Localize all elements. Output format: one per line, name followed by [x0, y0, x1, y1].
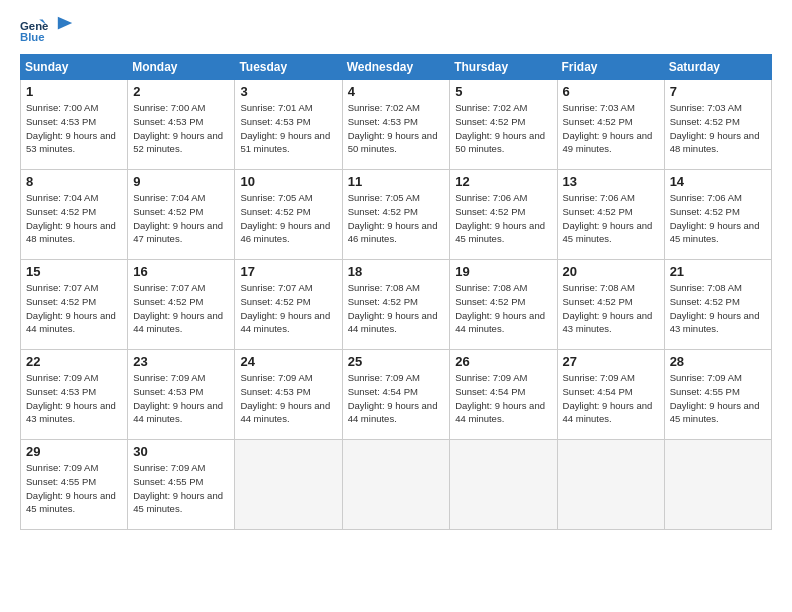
calendar-cell: 15Sunrise: 7:07 AMSunset: 4:52 PMDayligh… — [21, 260, 128, 350]
day-number: 21 — [670, 264, 766, 279]
calendar-cell: 8Sunrise: 7:04 AMSunset: 4:52 PMDaylight… — [21, 170, 128, 260]
day-info: Sunrise: 7:09 AMSunset: 4:53 PMDaylight:… — [240, 371, 336, 426]
calendar-week-row: 1Sunrise: 7:00 AMSunset: 4:53 PMDaylight… — [21, 80, 772, 170]
logo: General Blue — [20, 16, 74, 44]
calendar-cell: 18Sunrise: 7:08 AMSunset: 4:52 PMDayligh… — [342, 260, 450, 350]
day-info: Sunrise: 7:05 AMSunset: 4:52 PMDaylight:… — [240, 191, 336, 246]
day-info: Sunrise: 7:07 AMSunset: 4:52 PMDaylight:… — [240, 281, 336, 336]
day-number: 12 — [455, 174, 551, 189]
day-number: 5 — [455, 84, 551, 99]
day-info: Sunrise: 7:05 AMSunset: 4:52 PMDaylight:… — [348, 191, 445, 246]
day-info: Sunrise: 7:09 AMSunset: 4:55 PMDaylight:… — [26, 461, 122, 516]
column-header-tuesday: Tuesday — [235, 55, 342, 80]
day-number: 29 — [26, 444, 122, 459]
calendar-cell: 9Sunrise: 7:04 AMSunset: 4:52 PMDaylight… — [128, 170, 235, 260]
day-info: Sunrise: 7:04 AMSunset: 4:52 PMDaylight:… — [133, 191, 229, 246]
calendar-cell: 13Sunrise: 7:06 AMSunset: 4:52 PMDayligh… — [557, 170, 664, 260]
calendar-cell: 30Sunrise: 7:09 AMSunset: 4:55 PMDayligh… — [128, 440, 235, 530]
day-info: Sunrise: 7:09 AMSunset: 4:54 PMDaylight:… — [348, 371, 445, 426]
day-info: Sunrise: 7:06 AMSunset: 4:52 PMDaylight:… — [455, 191, 551, 246]
column-header-friday: Friday — [557, 55, 664, 80]
calendar-cell: 11Sunrise: 7:05 AMSunset: 4:52 PMDayligh… — [342, 170, 450, 260]
day-number: 7 — [670, 84, 766, 99]
calendar-cell: 28Sunrise: 7:09 AMSunset: 4:55 PMDayligh… — [664, 350, 771, 440]
calendar-cell: 29Sunrise: 7:09 AMSunset: 4:55 PMDayligh… — [21, 440, 128, 530]
day-number: 17 — [240, 264, 336, 279]
day-number: 22 — [26, 354, 122, 369]
calendar-cell: 10Sunrise: 7:05 AMSunset: 4:52 PMDayligh… — [235, 170, 342, 260]
day-number: 28 — [670, 354, 766, 369]
day-number: 20 — [563, 264, 659, 279]
column-header-monday: Monday — [128, 55, 235, 80]
calendar-cell: 23Sunrise: 7:09 AMSunset: 4:53 PMDayligh… — [128, 350, 235, 440]
calendar-cell — [342, 440, 450, 530]
day-number: 18 — [348, 264, 445, 279]
day-number: 14 — [670, 174, 766, 189]
calendar-cell: 2Sunrise: 7:00 AMSunset: 4:53 PMDaylight… — [128, 80, 235, 170]
day-number: 24 — [240, 354, 336, 369]
calendar-table: SundayMondayTuesdayWednesdayThursdayFrid… — [20, 54, 772, 530]
day-number: 3 — [240, 84, 336, 99]
calendar-cell: 4Sunrise: 7:02 AMSunset: 4:53 PMDaylight… — [342, 80, 450, 170]
day-info: Sunrise: 7:08 AMSunset: 4:52 PMDaylight:… — [348, 281, 445, 336]
day-info: Sunrise: 7:07 AMSunset: 4:52 PMDaylight:… — [133, 281, 229, 336]
day-number: 26 — [455, 354, 551, 369]
day-number: 6 — [563, 84, 659, 99]
svg-text:Blue: Blue — [20, 31, 45, 43]
day-info: Sunrise: 7:00 AMSunset: 4:53 PMDaylight:… — [133, 101, 229, 156]
svg-marker-3 — [58, 17, 72, 30]
calendar-cell: 19Sunrise: 7:08 AMSunset: 4:52 PMDayligh… — [450, 260, 557, 350]
calendar-cell: 25Sunrise: 7:09 AMSunset: 4:54 PMDayligh… — [342, 350, 450, 440]
calendar-cell — [557, 440, 664, 530]
day-info: Sunrise: 7:09 AMSunset: 4:54 PMDaylight:… — [455, 371, 551, 426]
page-header: General Blue — [20, 16, 772, 44]
day-number: 9 — [133, 174, 229, 189]
column-header-saturday: Saturday — [664, 55, 771, 80]
calendar-cell: 1Sunrise: 7:00 AMSunset: 4:53 PMDaylight… — [21, 80, 128, 170]
day-number: 27 — [563, 354, 659, 369]
column-header-thursday: Thursday — [450, 55, 557, 80]
day-info: Sunrise: 7:09 AMSunset: 4:53 PMDaylight:… — [26, 371, 122, 426]
calendar-cell: 26Sunrise: 7:09 AMSunset: 4:54 PMDayligh… — [450, 350, 557, 440]
day-number: 23 — [133, 354, 229, 369]
calendar-cell: 24Sunrise: 7:09 AMSunset: 4:53 PMDayligh… — [235, 350, 342, 440]
day-info: Sunrise: 7:02 AMSunset: 4:53 PMDaylight:… — [348, 101, 445, 156]
calendar-week-row: 15Sunrise: 7:07 AMSunset: 4:52 PMDayligh… — [21, 260, 772, 350]
logo-flag-icon — [56, 15, 74, 33]
day-number: 10 — [240, 174, 336, 189]
day-number: 15 — [26, 264, 122, 279]
calendar-week-row: 29Sunrise: 7:09 AMSunset: 4:55 PMDayligh… — [21, 440, 772, 530]
calendar-cell — [664, 440, 771, 530]
day-info: Sunrise: 7:00 AMSunset: 4:53 PMDaylight:… — [26, 101, 122, 156]
day-info: Sunrise: 7:06 AMSunset: 4:52 PMDaylight:… — [670, 191, 766, 246]
calendar-week-row: 8Sunrise: 7:04 AMSunset: 4:52 PMDaylight… — [21, 170, 772, 260]
day-number: 2 — [133, 84, 229, 99]
day-info: Sunrise: 7:03 AMSunset: 4:52 PMDaylight:… — [670, 101, 766, 156]
day-info: Sunrise: 7:09 AMSunset: 4:55 PMDaylight:… — [133, 461, 229, 516]
calendar-cell: 27Sunrise: 7:09 AMSunset: 4:54 PMDayligh… — [557, 350, 664, 440]
calendar-cell: 7Sunrise: 7:03 AMSunset: 4:52 PMDaylight… — [664, 80, 771, 170]
day-number: 30 — [133, 444, 229, 459]
calendar-cell: 6Sunrise: 7:03 AMSunset: 4:52 PMDaylight… — [557, 80, 664, 170]
calendar-week-row: 22Sunrise: 7:09 AMSunset: 4:53 PMDayligh… — [21, 350, 772, 440]
column-header-sunday: Sunday — [21, 55, 128, 80]
calendar-cell: 14Sunrise: 7:06 AMSunset: 4:52 PMDayligh… — [664, 170, 771, 260]
column-header-wednesday: Wednesday — [342, 55, 450, 80]
day-info: Sunrise: 7:08 AMSunset: 4:52 PMDaylight:… — [455, 281, 551, 336]
day-info: Sunrise: 7:04 AMSunset: 4:52 PMDaylight:… — [26, 191, 122, 246]
day-number: 4 — [348, 84, 445, 99]
day-number: 25 — [348, 354, 445, 369]
day-info: Sunrise: 7:09 AMSunset: 4:54 PMDaylight:… — [563, 371, 659, 426]
calendar-header-row: SundayMondayTuesdayWednesdayThursdayFrid… — [21, 55, 772, 80]
day-info: Sunrise: 7:09 AMSunset: 4:55 PMDaylight:… — [670, 371, 766, 426]
calendar-cell — [450, 440, 557, 530]
calendar-cell: 22Sunrise: 7:09 AMSunset: 4:53 PMDayligh… — [21, 350, 128, 440]
day-info: Sunrise: 7:06 AMSunset: 4:52 PMDaylight:… — [563, 191, 659, 246]
calendar-cell: 20Sunrise: 7:08 AMSunset: 4:52 PMDayligh… — [557, 260, 664, 350]
day-info: Sunrise: 7:03 AMSunset: 4:52 PMDaylight:… — [563, 101, 659, 156]
day-info: Sunrise: 7:07 AMSunset: 4:52 PMDaylight:… — [26, 281, 122, 336]
calendar-cell: 16Sunrise: 7:07 AMSunset: 4:52 PMDayligh… — [128, 260, 235, 350]
day-info: Sunrise: 7:09 AMSunset: 4:53 PMDaylight:… — [133, 371, 229, 426]
day-number: 16 — [133, 264, 229, 279]
day-number: 1 — [26, 84, 122, 99]
